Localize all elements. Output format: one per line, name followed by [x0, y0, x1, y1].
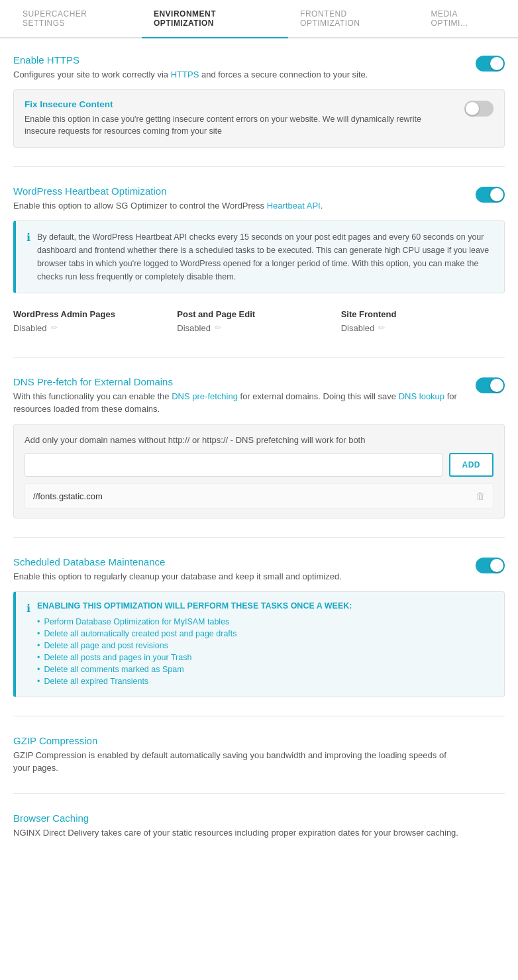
dns-entry: //fonts.gstatic.com 🗑	[25, 483, 493, 509]
heartbeat-section: WordPress Heartbeat Optimization Enable …	[13, 185, 505, 358]
heartbeat-header: WordPress Heartbeat Optimization Enable …	[13, 185, 505, 213]
database-info-box: ℹ ENABLING THIS OPTIMIZATION WILL PERFOR…	[13, 591, 505, 697]
database-task-list: Perform Database Optimization for MyISAM…	[37, 616, 352, 687]
heartbeat-title: WordPress Heartbeat Optimization	[13, 185, 323, 197]
browser-section: Browser Caching NGINX Direct Delivery ta…	[13, 812, 505, 858]
dns-section: DNS Pre-fetch for External Domains With …	[13, 376, 505, 538]
heartbeat-col-frontend: Site Frontend Disabled ✏	[341, 304, 505, 338]
dns-domain-input[interactable]	[25, 453, 442, 477]
dns-toggle[interactable]	[476, 377, 505, 393]
heartbeat-info-inner: ℹ By default, the WordPress Heartbeat AP…	[26, 230, 493, 283]
dns-link2: DNS lookup	[399, 391, 444, 401]
tab-environment[interactable]: ENVIRONMENT OPTIMIZATION	[142, 0, 288, 38]
database-info-inner: ℹ ENABLING THIS OPTIMIZATION WILL PERFOR…	[26, 601, 493, 687]
task-item-3: Delete all page and post revisions	[37, 640, 352, 652]
dns-input-area: ADD	[25, 453, 493, 477]
task-item-6: Delete all expired Transients	[37, 675, 352, 687]
tab-frontend[interactable]: FRONTEND OPTIMIZATION	[288, 0, 419, 38]
heartbeat-admin-value: Disabled ✏	[13, 323, 177, 333]
heartbeat-frontend-value: Disabled ✏	[341, 323, 505, 333]
https-title-group: Enable HTTPS Configures your site to wor…	[13, 54, 368, 81]
fix-insecure-content: Fix Insecure Content Enable this option …	[25, 99, 451, 138]
heartbeat-info-box: ℹ By default, the WordPress Heartbeat AP…	[13, 220, 505, 293]
info-icon: ℹ	[26, 231, 30, 244]
heartbeat-info-text: By default, the WordPress Heartbeat API …	[37, 230, 493, 283]
dns-delete-icon[interactable]: 🗑	[476, 491, 485, 501]
database-info-icon: ℹ	[26, 602, 30, 614]
gzip-desc: GZIP Compression is enabled by default a…	[13, 749, 464, 775]
heartbeat-post-value: Disabled ✏	[177, 323, 340, 333]
fix-insecure-desc: Enable this option in case you're gettin…	[25, 113, 451, 138]
dns-title-group: DNS Pre-fetch for External Domains With …	[13, 376, 464, 416]
https-link: HTTPS	[171, 70, 199, 79]
gzip-title: GZIP Compression	[13, 735, 505, 746]
task-item-4: Delete all posts and pages in your Trash	[37, 652, 352, 663]
database-header: Scheduled Database Maintenance Enable th…	[13, 556, 505, 583]
heartbeat-frontend-label: Site Frontend	[341, 309, 505, 319]
browser-desc: NGINX Direct Delivery takes care of your…	[13, 826, 464, 840]
heartbeat-admin-edit-icon[interactable]: ✏	[51, 323, 58, 332]
heartbeat-col-post: Post and Page Edit Disabled ✏	[177, 304, 340, 338]
dns-link: DNS pre-fetching	[172, 391, 238, 401]
browser-title: Browser Caching	[13, 812, 505, 824]
task-item-1: Perform Database Optimization for MyISAM…	[37, 616, 352, 628]
fix-insecure-box: Fix Insecure Content Enable this option …	[13, 89, 505, 148]
heartbeat-admin-disabled: Disabled	[13, 323, 47, 333]
gzip-section: GZIP Compression GZIP Compression is ena…	[13, 735, 505, 794]
database-title: Scheduled Database Maintenance	[13, 556, 342, 567]
dns-header: DNS Pre-fetch for External Domains With …	[13, 376, 505, 416]
dns-desc: With this functionality you can enable t…	[13, 390, 464, 416]
tab-media[interactable]: MEDIA OPTIMI...	[419, 0, 507, 38]
heartbeat-columns: WordPress Admin Pages Disabled ✏ Post an…	[13, 304, 505, 338]
heartbeat-post-edit-icon[interactable]: ✏	[215, 323, 221, 332]
heartbeat-post-disabled: Disabled	[177, 323, 211, 333]
database-section: Scheduled Database Maintenance Enable th…	[13, 556, 505, 716]
heartbeat-title-group: WordPress Heartbeat Optimization Enable …	[13, 185, 323, 213]
fix-insecure-toggle[interactable]	[464, 101, 493, 117]
database-toggle[interactable]	[476, 558, 505, 573]
task-item-2: Delete all automatically created post an…	[37, 628, 352, 640]
heartbeat-toggle[interactable]	[476, 187, 505, 203]
https-title: Enable HTTPS	[13, 54, 368, 66]
dns-entry-text: //fonts.gstatic.com	[33, 491, 103, 501]
database-task-header: ENABLING THIS OPTIMIZATION WILL PERFORM …	[37, 601, 352, 611]
main-content: Enable HTTPS Configures your site to wor…	[0, 38, 518, 892]
dns-input-box: Add only your domain names without http:…	[13, 424, 505, 519]
heartbeat-admin-label: WordPress Admin Pages	[13, 309, 177, 319]
dns-add-button[interactable]: ADD	[449, 453, 494, 477]
fix-insecure-title: Fix Insecure Content	[25, 99, 451, 109]
database-title-group: Scheduled Database Maintenance Enable th…	[13, 556, 342, 583]
task-item-5: Delete all comments marked as Spam	[37, 663, 352, 675]
database-desc: Enable this option to regularly cleanup …	[13, 570, 342, 583]
heartbeat-col-admin: WordPress Admin Pages Disabled ✏	[13, 304, 177, 338]
database-tasks-content: ENABLING THIS OPTIMIZATION WILL PERFORM …	[37, 601, 352, 687]
dns-title: DNS Pre-fetch for External Domains	[13, 376, 464, 387]
dns-hint: Add only your domain names without http:…	[25, 434, 475, 447]
https-header: Enable HTTPS Configures your site to wor…	[13, 54, 505, 81]
tab-supercacher[interactable]: SUPERCACHER SETTINGS	[11, 0, 142, 38]
heartbeat-frontend-edit-icon[interactable]: ✏	[378, 323, 385, 332]
https-toggle[interactable]	[476, 56, 505, 72]
https-desc: Configures your site to work correctly v…	[13, 68, 368, 81]
heartbeat-api-link: Heartbeat API	[267, 201, 321, 211]
https-section: Enable HTTPS Configures your site to wor…	[13, 54, 505, 167]
navigation-tabs: SUPERCACHER SETTINGS ENVIRONMENT OPTIMIZ…	[0, 0, 518, 38]
heartbeat-frontend-disabled: Disabled	[341, 323, 375, 333]
heartbeat-desc: Enable this option to allow SG Optimizer…	[13, 199, 323, 213]
heartbeat-post-label: Post and Page Edit	[177, 309, 340, 319]
